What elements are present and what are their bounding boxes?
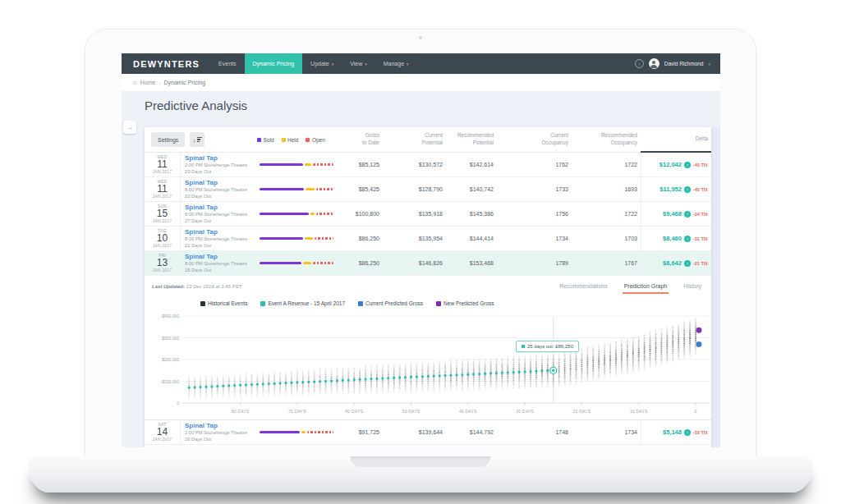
collapse-panel-button[interactable]: → <box>123 121 136 134</box>
scrollbar-track[interactable] <box>711 127 720 447</box>
webcam-dot <box>419 36 422 39</box>
delta-up-icon: ↑ <box>684 236 691 242</box>
event-days-out: 22 Days Out <box>185 243 255 250</box>
chart-legend-swatch-icon <box>260 301 265 306</box>
home-icon[interactable]: ⌂ <box>133 80 137 86</box>
nav-item-dynamic-pricing[interactable]: Dynamic Pricing <box>245 53 303 74</box>
event-link[interactable]: Spinal Tap <box>185 253 255 261</box>
brand-logo[interactable]: DEWYNTERS <box>122 53 210 74</box>
table-row[interactable]: TUE10JAN 2017Spinal Tap8:00 PM Stoneheng… <box>145 227 711 251</box>
event-info: Spinal Tap2:00 PM Stonehenge Theatre23 D… <box>181 154 255 175</box>
inventory-bar <box>255 431 333 433</box>
chart-legend-item: Event A Revenue - 15 April 2017 <box>260 300 345 306</box>
delta-value: $12,042 <box>659 161 682 168</box>
event-days-out: 26 Days Out <box>185 437 255 443</box>
table-row[interactable]: SAT14JAN 2017Spinal Tap2:00 PM Stoneheng… <box>145 420 711 445</box>
chevron-down-icon: ▾ <box>407 62 409 66</box>
legend-swatch-icon <box>306 138 310 142</box>
table-value: $130,572 <box>383 162 446 167</box>
table-row[interactable]: WED11JAN 2017Spinal Tap8:00 PM Stoneheng… <box>145 177 711 202</box>
nav-item-label: Update <box>310 61 329 66</box>
event-day: 11 <box>157 184 167 195</box>
legend-label: Sold <box>264 137 274 143</box>
current-predicted-gross-point[interactable] <box>696 341 702 347</box>
event-info: Spinal Tap8:00 PM Stonehenge Theatre25 D… <box>181 253 255 273</box>
column-header: Delta <box>641 127 711 153</box>
table-row[interactable]: SUN15JAN 2017Spinal Tap8:00 PM Stoneheng… <box>145 202 711 227</box>
event-days-out: 23 Days Out <box>185 169 255 176</box>
settings-button[interactable]: Settings <box>151 132 185 147</box>
event-link[interactable]: Spinal Tap <box>185 204 255 212</box>
event-day: 13 <box>157 258 168 268</box>
legend-item-sold: Sold <box>257 137 274 143</box>
event-day: 15 <box>157 208 168 219</box>
tab-history[interactable]: History <box>682 278 703 294</box>
tix-change: -21 TIX <box>693 261 708 266</box>
avatar-head-icon <box>652 61 655 64</box>
chevron-down-icon: ▾ <box>332 62 334 66</box>
table-value: 1789 <box>497 260 572 266</box>
help-icon[interactable]: i <box>635 59 644 68</box>
avatar[interactable] <box>649 58 659 69</box>
event-link[interactable]: Spinal Tap <box>185 422 255 430</box>
delta-cell: $9,468↑-34 TIX <box>641 202 711 226</box>
event-link[interactable]: Spinal Tap <box>185 228 255 236</box>
inventory-segment-open <box>313 262 333 264</box>
event-detail: 8:00 PM Stonehenge Theatre <box>185 261 255 268</box>
tab-prediction-graph[interactable]: Prediction Graph <box>623 278 669 294</box>
delta-cell: $6,642↑-21 TIX <box>641 251 711 275</box>
breadcrumb-home[interactable]: Home <box>140 80 156 85</box>
inventory-segment-open <box>313 163 333 166</box>
nav-item-events[interactable]: Events <box>210 53 244 74</box>
chart-legend-label: Current Predicted Gross <box>365 300 423 306</box>
inventory-segment-open <box>316 188 333 190</box>
table-row[interactable]: WED11JAN 2017Spinal Tap2:00 PM Stoneheng… <box>145 153 711 177</box>
chevron-down-icon: ▾ <box>708 62 710 66</box>
svg-text:20 DAYS: 20 DAYS <box>573 409 591 414</box>
table-value: 1733 <box>497 186 572 192</box>
column-header: Current Potential <box>383 132 446 147</box>
sort-icon: ↓ <box>193 137 196 143</box>
nav-item-update[interactable]: Update▾ <box>302 53 342 74</box>
nav-item-label: View <box>350 61 362 66</box>
view-tabs: RecommendationsPrediction GraphHistory <box>558 278 703 294</box>
column-header: Current Occupancy <box>497 132 572 147</box>
new-predicted-gross-point[interactable] <box>696 328 702 333</box>
delta-up-icon: ↑ <box>684 186 691 193</box>
event-link[interactable]: Spinal Tap <box>185 179 255 187</box>
inventory-segment-held <box>303 262 312 264</box>
event-day: 11 <box>157 159 167 170</box>
tix-change: -40 TIX <box>693 163 708 167</box>
table-value: $85,125 <box>333 162 383 167</box>
laptop-base <box>28 456 813 493</box>
page-title: Predictive Analysis <box>145 99 247 112</box>
event-link[interactable]: Spinal Tap <box>185 154 255 163</box>
table-value: $153,468 <box>446 260 497 266</box>
legend-item-open: Open <box>306 137 324 143</box>
tooltip-bullet-icon <box>522 345 525 348</box>
sort-button[interactable]: ↓ <box>190 132 205 147</box>
table-value: $135,954 <box>383 236 446 241</box>
nav-item-manage[interactable]: Manage▾ <box>375 53 417 74</box>
delta-up-icon: ↑ <box>684 211 691 218</box>
table-value: $85,425 <box>333 186 383 192</box>
table-row[interactable]: FRI13JAN 2017Spinal Tap8:00 PM Stoneheng… <box>145 251 711 276</box>
tab-recommendations[interactable]: Recommendations <box>558 278 609 294</box>
table-value: $86,250 <box>333 236 383 241</box>
inventory-bar-track <box>260 431 333 433</box>
nav-item-view[interactable]: View▾ <box>342 53 375 74</box>
event-detail: 8:00 PM Stonehenge Theatre <box>185 187 255 194</box>
delta-up-icon: ↑ <box>684 162 691 168</box>
event-detail: 8:00 PM Stonehenge Theatre <box>185 236 255 243</box>
last-updated-value: 13 Dec 2016 at 3:45 PST <box>186 284 241 289</box>
chart-legend-label: Event A Revenue - 15 April 2017 <box>268 300 345 306</box>
inventory-bar-track <box>260 262 333 264</box>
svg-text:50 DAYS: 50 DAYS <box>402 409 420 414</box>
table-value: 1734 <box>497 236 572 241</box>
user-name[interactable]: David Richmond <box>664 61 704 66</box>
delta-cell: $12,042↑-40 TIX <box>641 153 711 176</box>
delta-cell: $5,148↑-18 TIX <box>641 420 711 444</box>
delta-value: $5,148 <box>663 428 682 436</box>
svg-text:$300,000: $300,000 <box>162 336 179 341</box>
nav-menu: EventsDynamic PricingUpdate▾View▾Manage▾ <box>210 53 416 74</box>
